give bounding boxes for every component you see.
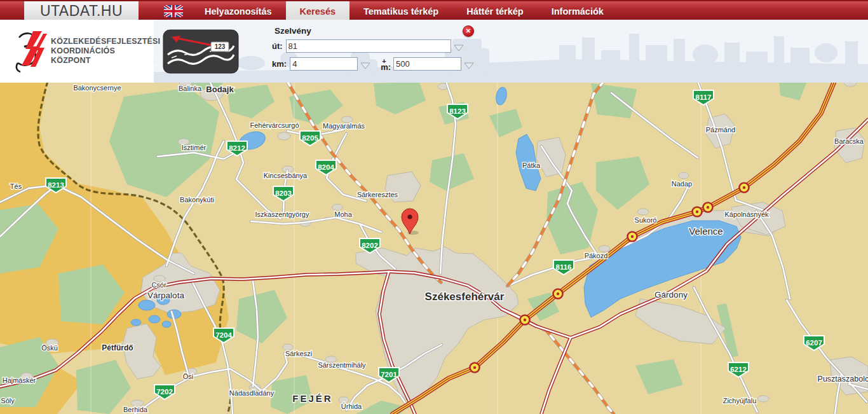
- county-label: FEJÉR: [292, 393, 332, 404]
- map-town-label: Pusztaszabolcs: [818, 375, 868, 383]
- junction-dot: [743, 186, 745, 189]
- village-area: [679, 172, 689, 179]
- dropdown-arrow-icon[interactable]: [360, 60, 370, 67]
- uk-flag-icon[interactable]: [164, 5, 183, 17]
- org-line-1: KÖZLEKEDÉSFEJLESZTÉSI: [51, 37, 160, 46]
- village-area: [637, 209, 649, 215]
- tab-2[interactable]: Keresés: [286, 1, 349, 21]
- map-town-label: Öskü: [41, 344, 58, 352]
- top-nav: UTADAT.HU HelyazonosításKeresésTematikus…: [0, 0, 868, 20]
- motorway-junction-icon: [693, 207, 702, 217]
- map-town-label: Sukoró: [635, 216, 657, 224]
- map-town-label: Magyaralmás: [323, 122, 365, 130]
- dropdown-arrow-icon[interactable]: [464, 60, 474, 67]
- motorway-junction-icon: [470, 363, 480, 373]
- junction-dot: [631, 235, 634, 238]
- map-town-label: Berhida: [123, 406, 148, 413]
- ut-row: út:: [272, 39, 464, 53]
- map-town-label: Velence: [689, 226, 722, 237]
- tab-3[interactable]: Tematikus térkép: [349, 1, 452, 21]
- shield-number: 8116: [556, 263, 572, 271]
- map-town-label: Várpalota: [147, 291, 184, 300]
- map-town-label: Hajmáskér: [3, 376, 36, 384]
- road-sign-number: 123: [215, 43, 226, 50]
- map-town-label: Kincsesbánya: [264, 172, 308, 179]
- dropdown-arrow-icon[interactable]: [454, 43, 464, 50]
- map-town-label: Székesfehérvár: [425, 291, 505, 303]
- lake: [162, 321, 171, 328]
- km-label: km:: [272, 59, 287, 69]
- ut-label: út:: [272, 41, 283, 51]
- map-town-label: Bakonycsernye: [73, 84, 121, 92]
- map-town-label: Csór: [151, 281, 166, 289]
- village-area: [278, 132, 290, 140]
- org-logo: KÖZLEKEDÉSFEJLESZTÉSI KOORDINÁCIÓS KÖZPO…: [0, 20, 154, 83]
- lake: [139, 300, 155, 310]
- shield-number: 8203: [275, 190, 292, 197]
- map-town-label: Fehérvárcsurgó: [250, 121, 299, 129]
- map-town-label: Nadap: [672, 180, 692, 188]
- map-town-label: Pákozd: [585, 252, 608, 259]
- map-town-label: Ösi: [183, 373, 194, 380]
- map-town-label: Sárkeresztes: [357, 191, 398, 198]
- motorway-junction-icon: [553, 289, 563, 299]
- shield-number: 8212: [229, 144, 245, 152]
- map-town-label: Sárszentmihály: [318, 361, 366, 369]
- motorway-junction-icon: [520, 315, 530, 325]
- shield-number: 8123: [449, 107, 466, 115]
- motorway-junction-icon: [628, 232, 637, 242]
- tab-4[interactable]: Háttér térkép: [452, 1, 537, 21]
- shield-number: 7204: [215, 331, 232, 339]
- nav-tabs: HelyazonosításKeresésTematikus térképHát…: [191, 1, 618, 21]
- tab-5[interactable]: Információk: [538, 1, 618, 21]
- org-name: KÖZLEKEDÉSFEJLESZTÉSI KOORDINÁCIÓS KÖZPO…: [51, 37, 160, 66]
- szelveny-panel: Szelvény ✕ út: km: + m:: [272, 26, 473, 78]
- motorway-junction-icon: [740, 183, 749, 193]
- map-town-label: Bakonykúti: [180, 196, 214, 204]
- map-viewport[interactable]: 8213821282058204820382028123811781167204…: [0, 83, 868, 414]
- map-town-label: Pátka: [522, 162, 541, 169]
- map-town-label: Gárdony: [654, 290, 688, 300]
- shield-number: 6212: [730, 366, 747, 373]
- map-town-label: Zichyújfalu: [723, 397, 757, 404]
- ut-input[interactable]: [286, 39, 451, 53]
- m-input[interactable]: [393, 57, 461, 71]
- km-m-row: km: + m:: [272, 57, 474, 71]
- tab-1[interactable]: Helyazonosítás: [191, 1, 286, 21]
- junction-dot: [473, 366, 476, 369]
- map-town-label: Pétfürdő: [102, 343, 133, 352]
- brand-logo[interactable]: UTADAT.HU: [24, 1, 139, 21]
- lake: [149, 315, 160, 323]
- village-area: [332, 204, 342, 210]
- map-town-label: Sóly: [1, 397, 15, 404]
- org-line-2: KOORDINÁCIÓS: [51, 46, 160, 56]
- map-town-label: Baracska: [834, 137, 864, 145]
- km-input[interactable]: [290, 57, 358, 71]
- map-canvas[interactable]: 8213821282058204820382028123811781167204…: [0, 83, 868, 414]
- road-section-icon[interactable]: 123: [163, 29, 239, 74]
- junction-dot: [557, 293, 559, 295]
- junction-dot: [524, 319, 526, 321]
- shield-number: 8117: [696, 93, 712, 101]
- map-town-label: Sárkeszi: [285, 350, 312, 357]
- map-town-label: Isztimér: [182, 144, 207, 151]
- junction-dot: [707, 206, 709, 209]
- map-town-label: Iszkaszentgyörgy: [255, 210, 309, 218]
- header: KÖZLEKEDÉSFEJLESZTÉSI KOORDINÁCIÓS KÖZPO…: [0, 20, 868, 83]
- map-town-label: Balinka: [179, 85, 202, 92]
- m-label: + m:: [381, 59, 391, 70]
- map-town-label: Moha: [334, 210, 352, 218]
- shield-number: 7201: [381, 371, 397, 378]
- map-town-label: Kápolnásnyék: [724, 210, 769, 218]
- panel-title: Szelvény: [275, 26, 311, 36]
- map-town-label: Nádasdladány: [229, 389, 275, 397]
- kkk-logo-icon: [8, 29, 47, 74]
- junction-dot: [696, 210, 698, 213]
- close-button[interactable]: ✕: [463, 25, 474, 37]
- shield-number: 8204: [318, 163, 334, 171]
- lake: [131, 319, 141, 326]
- map-town-label: Tés: [10, 183, 22, 190]
- village-area: [757, 396, 769, 402]
- shield-number: 6207: [806, 339, 822, 347]
- map-town-label: Bodajk: [206, 85, 234, 94]
